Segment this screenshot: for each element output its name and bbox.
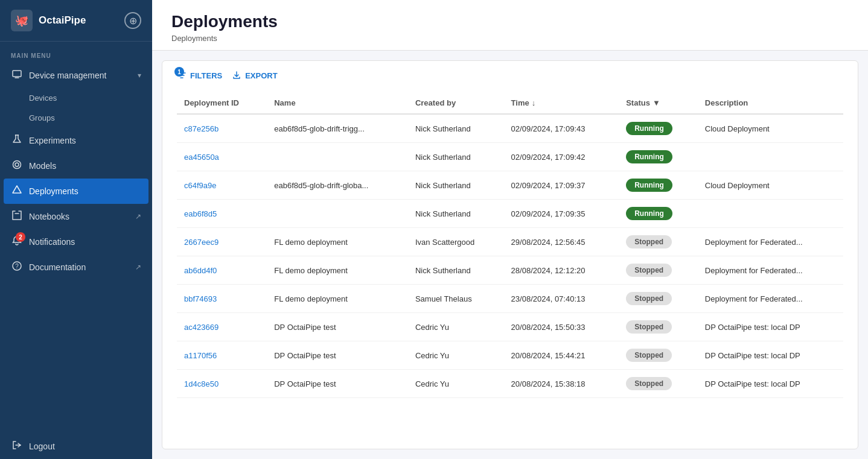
logo-area: 🐙 OctaiPipe bbox=[11, 10, 86, 31]
cell-name: DP OctaiPipe test bbox=[267, 313, 408, 341]
notifications-badge: 2 bbox=[16, 232, 25, 242]
deployments-icon bbox=[11, 185, 23, 197]
svg-marker-5 bbox=[13, 186, 21, 193]
cell-status: Running bbox=[619, 143, 698, 171]
cell-deployment-id[interactable]: c64f9a9e bbox=[177, 171, 267, 200]
deployment-id-link[interactable]: 1d4c8e50 bbox=[184, 379, 219, 388]
deployment-id-link[interactable]: 2667eec9 bbox=[184, 238, 219, 247]
cell-name bbox=[267, 143, 408, 171]
sidebar-item-documentation[interactable]: ? Documentation ↗ bbox=[0, 255, 152, 280]
sidebar-item-devices[interactable]: Devices bbox=[0, 88, 152, 108]
cell-deployment-id[interactable]: bbf74693 bbox=[177, 285, 267, 313]
deployment-id-link[interactable]: bbf74693 bbox=[184, 294, 217, 303]
table-row: ab6dd4f0 FL demo deployment Nick Sutherl… bbox=[177, 256, 843, 285]
table-row: 2667eec9 FL demo deployment Ivan Scatter… bbox=[177, 228, 843, 256]
filters-label: FILTERS bbox=[190, 71, 222, 80]
deployments-table: Deployment ID Name Created by Time ↓ Sta… bbox=[177, 92, 843, 398]
device-management-label: Device management bbox=[29, 71, 106, 80]
deployment-id-link[interactable]: c64f9a9e bbox=[184, 181, 217, 190]
cell-time: 02/09/2024, 17:09:37 bbox=[504, 171, 619, 200]
cell-status: Stopped bbox=[619, 341, 698, 370]
export-icon bbox=[232, 71, 241, 80]
deployment-id-link[interactable]: a1170f56 bbox=[184, 351, 217, 360]
logo-icon: 🐙 bbox=[11, 10, 33, 31]
sidebar-item-device-management[interactable]: Device management ▾ bbox=[0, 63, 152, 88]
col-description: Description bbox=[698, 92, 843, 114]
cell-name bbox=[267, 200, 408, 228]
cell-deployment-id[interactable]: 2667eec9 bbox=[177, 228, 267, 256]
documentation-label: Documentation bbox=[29, 262, 86, 272]
models-label: Models bbox=[29, 161, 56, 171]
cell-name: eab6f8d5-glob-drift-globa... bbox=[267, 171, 408, 200]
status-badge: Stopped bbox=[626, 292, 672, 305]
cell-status: Running bbox=[619, 114, 698, 143]
cell-deployment-id[interactable]: ab6dd4f0 bbox=[177, 256, 267, 285]
cell-description: Cloud Deployment bbox=[698, 171, 843, 200]
cell-time: 20/08/2024, 15:44:21 bbox=[504, 341, 619, 370]
documentation-icon: ? bbox=[11, 261, 23, 273]
cell-description: DP OctaiPipe test: local DP bbox=[698, 370, 843, 398]
cell-status: Stopped bbox=[619, 370, 698, 398]
table-row: ac423669 DP OctaiPipe test Cedric Yu 20/… bbox=[177, 313, 843, 341]
sidebar-item-deployments[interactable]: Deployments bbox=[4, 179, 148, 204]
sidebar-item-experiments[interactable]: Experiments bbox=[0, 128, 152, 153]
cell-deployment-id[interactable]: c87e256b bbox=[177, 114, 267, 143]
cell-deployment-id[interactable]: eab6f8d5 bbox=[177, 200, 267, 228]
deployment-id-link[interactable]: c87e256b bbox=[184, 124, 219, 133]
sidebar-item-notifications[interactable]: 2 Notifications bbox=[0, 229, 152, 255]
device-management-icon bbox=[11, 69, 23, 81]
col-time[interactable]: Time ↓ bbox=[504, 92, 619, 114]
table-area: 1 FILTERS EXPORT Deployment ID Name Crea… bbox=[162, 60, 858, 449]
col-status[interactable]: Status ▼ bbox=[619, 92, 698, 114]
cell-deployment-id[interactable]: a1170f56 bbox=[177, 341, 267, 370]
filter-funnel-icon: ▼ bbox=[653, 98, 660, 107]
cell-deployment-id[interactable]: 1d4c8e50 bbox=[177, 370, 267, 398]
sort-icon: ↓ bbox=[532, 98, 536, 107]
status-badge: Running bbox=[626, 150, 672, 163]
groups-label: Groups bbox=[29, 113, 55, 122]
cell-name: FL demo deployment bbox=[267, 228, 408, 256]
experiments-label: Experiments bbox=[29, 136, 76, 145]
page-header: Deployments Deployments bbox=[152, 0, 868, 51]
cell-created-by: Nick Sutherland bbox=[408, 143, 504, 171]
cell-name: DP OctaiPipe test bbox=[267, 341, 408, 370]
sidebar-item-logout[interactable]: Logout bbox=[0, 434, 152, 459]
notifications-icon: 2 bbox=[11, 236, 23, 248]
cell-deployment-id[interactable]: ea45650a bbox=[177, 143, 267, 171]
cell-description: Deployment for Federated... bbox=[698, 285, 843, 313]
deployment-id-link[interactable]: ea45650a bbox=[184, 153, 219, 162]
cell-status: Running bbox=[619, 171, 698, 200]
cell-status: Stopped bbox=[619, 285, 698, 313]
col-created-by: Created by bbox=[408, 92, 504, 114]
table-row: bbf74693 FL demo deployment Samuel Thela… bbox=[177, 285, 843, 313]
deployment-id-link[interactable]: ac423669 bbox=[184, 323, 219, 332]
page-title: Deployments bbox=[171, 12, 849, 31]
external-link-icon: ↗ bbox=[135, 212, 141, 221]
cell-deployment-id[interactable]: ac423669 bbox=[177, 313, 267, 341]
status-badge: Running bbox=[626, 122, 672, 135]
cell-name: DP OctaiPipe test bbox=[267, 370, 408, 398]
deployment-id-link[interactable]: eab6f8d5 bbox=[184, 209, 217, 218]
deployment-id-link[interactable]: ab6dd4f0 bbox=[184, 266, 217, 275]
status-badge: Running bbox=[626, 207, 672, 220]
cell-status: Running bbox=[619, 200, 698, 228]
status-badge: Stopped bbox=[626, 377, 672, 390]
logout-icon bbox=[11, 440, 23, 452]
devices-label: Devices bbox=[29, 93, 57, 103]
cell-description: DP OctaiPipe test: local DP bbox=[698, 341, 843, 370]
add-button[interactable]: ⊕ bbox=[124, 12, 141, 29]
sidebar-item-notebooks[interactable]: Notebooks ↗ bbox=[0, 204, 152, 229]
svg-point-3 bbox=[15, 163, 19, 166]
cell-time: 28/08/2024, 12:12:20 bbox=[504, 256, 619, 285]
sidebar-item-models[interactable]: Models bbox=[0, 153, 152, 179]
export-button[interactable]: EXPORT bbox=[232, 71, 277, 80]
cell-description: Cloud Deployment bbox=[698, 114, 843, 143]
sidebar-item-groups[interactable]: Groups bbox=[0, 108, 152, 128]
table-row: c64f9a9e eab6f8d5-glob-drift-globa... Ni… bbox=[177, 171, 843, 200]
cell-created-by: Ivan Scattergood bbox=[408, 228, 504, 256]
cell-description bbox=[698, 143, 843, 171]
cell-name: eab6f8d5-glob-drift-trigg... bbox=[267, 114, 408, 143]
notifications-label: Notifications bbox=[29, 237, 75, 247]
filters-button[interactable]: 1 FILTERS bbox=[177, 71, 222, 80]
logout-label: Logout bbox=[29, 442, 55, 451]
